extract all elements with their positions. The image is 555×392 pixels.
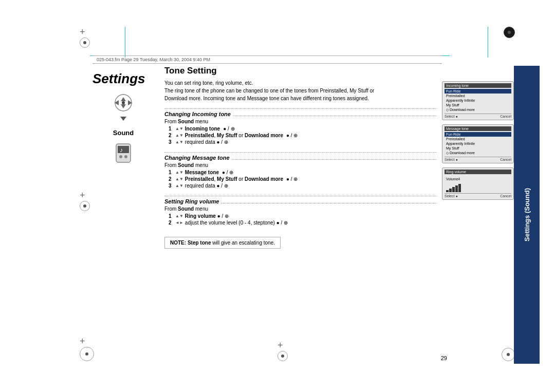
navigation-icon — [110, 93, 136, 113]
vol-seg-1 — [446, 190, 449, 192]
page-container: Settings Sound — [92, 66, 540, 364]
registration-mark-bot-left — [80, 336, 94, 361]
svg-point-9 — [119, 155, 122, 158]
step1-3: 3 ▲▼ required data ● / ⊕ — [169, 139, 437, 145]
screen3-cancel-btn: Cancel — [500, 194, 511, 198]
subsection2-from-menu: From Sound menu — [164, 162, 437, 168]
intro-line1: You can set ring tone, ring volume, etc. — [164, 79, 437, 87]
screen1-buttons: Select ● Cancel — [445, 114, 511, 118]
step2-3: 3 ▲▼ required data ● / ⊕ — [169, 183, 437, 189]
file-info-text: 025-043.fm Page 29 Tuesday, March 30, 20… — [97, 57, 210, 62]
intro-line2: The ring tone of the phone can be change… — [164, 87, 437, 95]
message-tone-screen: Message tone Fun Ride Preinstalled Appar… — [442, 124, 514, 163]
volume-bar — [446, 184, 510, 192]
step1-2: 2 ▲▼ Preinstalled, My Stuff or Download … — [169, 133, 437, 138]
screen2-select-btn: Select ● — [445, 158, 458, 161]
subsection-ring-volume: Setting Ring volume From Sound menu 1 ▲▼… — [164, 196, 437, 226]
subsection1-header: Changing Incoming tone — [164, 111, 437, 119]
svg-marker-1 — [121, 97, 126, 101]
svg-point-10 — [124, 155, 127, 158]
subsection1-from-menu: From Sound menu — [164, 119, 437, 124]
screen2-item-2: Preinstalled — [445, 137, 511, 141]
phone-icon-area: Sound ♪ — [92, 93, 154, 164]
subsection2-steps: 1 ▲▼ Message tone ● / ⊕ 2 ▲▼ Preinstalle… — [169, 170, 437, 189]
dotted-divider1 — [233, 116, 437, 116]
screen1-item-2: Preinstalled — [445, 94, 511, 98]
step2-2: 2 ▲▼ Preinstalled, My Stuff or Download … — [169, 176, 437, 182]
main-content: Tone Setting You can set ring tone, ring… — [154, 66, 442, 364]
note-text: NOTE: Step tone will give an escalating … — [170, 240, 275, 246]
svg-point-5 — [122, 101, 125, 104]
screen2-cancel-btn: Cancel — [500, 158, 511, 161]
note-box: NOTE: Step tone will give an escalating … — [164, 237, 281, 249]
screen1-select-btn: Select ● — [445, 115, 458, 118]
arrow-down-icon — [119, 115, 127, 123]
screen1-item-5: ◇ Download more — [445, 107, 511, 113]
vol-seg-4 — [455, 185, 458, 192]
dotted-divider2 — [232, 159, 437, 160]
screen3-title: Ring volume — [445, 170, 511, 174]
vol-seg-2 — [449, 189, 452, 192]
subsection2-header: Changing Message tone — [164, 155, 437, 162]
vol-seg-5 — [458, 184, 461, 192]
step2-1: 1 ▲▼ Message tone ● / ⊕ — [169, 170, 437, 175]
subsection3-header: Setting Ring volume — [164, 198, 437, 206]
intro-line3: Download more. Incoming tone and Message… — [164, 95, 437, 102]
incoming-tone-screen: Incoming tone Fun Ride Preinstalled Appa… — [442, 81, 514, 120]
screen2-item-4: My Stuff — [445, 146, 511, 151]
svg-text:♪: ♪ — [120, 146, 123, 154]
screen2-title: Message tone — [445, 126, 511, 131]
page-number: 29 — [441, 355, 447, 361]
step3-1: 1 ▲▼ Ring volume ● / ⊕ — [169, 213, 437, 219]
screen2-item-3: Apparently Infinite — [445, 141, 511, 146]
vertical-tab-text: Settings (Sound) — [523, 188, 531, 241]
step3-2: 2 ◄► adjust the volume level (0 - 4, ste… — [169, 220, 437, 226]
screen1-item-4: My Stuff — [445, 103, 511, 107]
ring-volume-screen: Ring volume Volume4 Select ● Cancel — [442, 167, 514, 200]
vol-seg-3 — [452, 187, 455, 192]
subsection3-title: Setting Ring volume — [164, 198, 219, 204]
section-title: Tone Setting — [164, 66, 437, 76]
screen3-buttons: Select ● Cancel — [445, 193, 511, 198]
step1-1: 1 ▲▼ Incoming tone ● / ⊕ — [169, 126, 437, 132]
sound-label: Sound — [113, 129, 134, 137]
svg-marker-6 — [120, 117, 126, 121]
screen1-cancel-btn: Cancel — [500, 115, 511, 118]
subsection3-steps: 1 ▲▼ Ring volume ● / ⊕ 2 ◄► adjust the v… — [169, 213, 437, 226]
registration-mark-top-left — [80, 27, 90, 48]
subsection3-from-menu: From Sound menu — [164, 206, 437, 212]
dotted-divider3 — [221, 203, 437, 203]
screen1-item-3: Apparently Infinite — [445, 98, 511, 103]
cyan-line-top-left-v — [125, 27, 125, 58]
subsection1-title: Changing Incoming tone — [164, 111, 231, 117]
screen3-select-btn: Select ● — [445, 194, 458, 198]
registration-mark-mid-left — [80, 190, 90, 211]
screen2-item-5: ◇ Download more — [445, 151, 511, 156]
registration-mark-top-right — [504, 27, 515, 38]
screen2-item-selected: Fun Ride — [445, 132, 511, 137]
file-info-bar: 025-043.fm Page 29 Tuesday, March 30, 20… — [92, 55, 442, 64]
left-sidebar: Settings Sound — [92, 66, 154, 364]
settings-title: Settings — [92, 71, 154, 87]
subsection-message-tone: Changing Message tone From Sound menu 1 … — [164, 152, 437, 189]
right-screenshots-sidebar: Incoming tone Fun Ride Preinstalled Appa… — [442, 66, 514, 364]
screen3-volume-label: Volume4 — [445, 175, 511, 183]
settings-sound-vertical-tab: Settings (Sound) — [514, 66, 540, 364]
intro-text: You can set ring tone, ring volume, etc.… — [164, 79, 437, 102]
screen1-item-selected: Fun Ride — [445, 89, 511, 94]
subsection1-steps: 1 ▲▼ Incoming tone ● / ⊕ 2 ▲▼ Preinstall… — [169, 126, 437, 145]
subsection2-title: Changing Message tone — [164, 155, 230, 161]
music-phone-icon: ♪ — [112, 139, 135, 164]
svg-marker-2 — [121, 104, 126, 108]
subsection-incoming-tone: Changing Incoming tone From Sound menu 1… — [164, 108, 437, 145]
screen2-buttons: Select ● Cancel — [445, 157, 511, 161]
screen1-title: Incoming tone — [445, 83, 511, 88]
cyan-line-top-right-v — [488, 27, 488, 58]
